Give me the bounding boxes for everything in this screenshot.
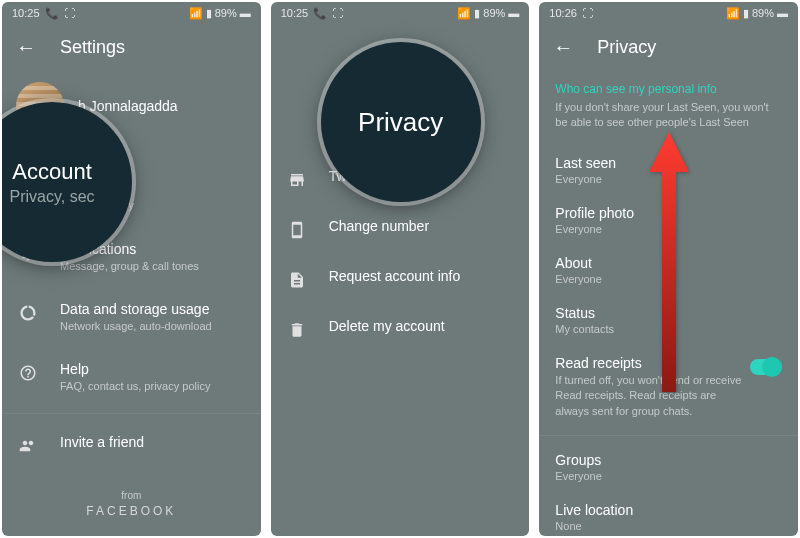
battery-icon: ▬ [508,7,519,19]
privacy-read-receipts[interactable]: Read receipts If turned off, you won't s… [539,345,798,429]
menu-item-change-number[interactable]: Change number [271,204,530,254]
privacy-profile-photo[interactable]: Profile photo Everyone [539,195,798,245]
privacy-title: Live location [555,502,782,518]
phone-icon: 📞 [313,7,327,20]
callout-title: Account [12,159,92,185]
privacy-last-seen[interactable]: Last seen Everyone [539,145,798,195]
trash-icon [287,320,307,340]
phone-screen-settings: 10:25 📞 ⛶ 📶 ▮ 89% ▬ ← Settings h Jonnala… [2,2,261,536]
verified-icon [287,170,307,190]
back-arrow-icon[interactable]: ← [553,36,573,59]
menu-item-request-info[interactable]: Request account info [271,254,530,304]
menu-title: Help [60,361,210,377]
privacy-value: Everyone [555,470,782,482]
wifi-icon: 📶 [457,7,471,20]
menu-title: Request account info [329,268,461,284]
section-header: Who can see my personal info [539,70,798,100]
people-icon [18,436,38,456]
privacy-live-location[interactable]: Live location None [539,492,798,536]
privacy-value: Everyone [555,273,782,285]
menu-title: Data and storage usage [60,301,212,317]
battery-percent: 89% [215,7,237,19]
signal-icon: ▮ [474,7,480,20]
menu-sub: Network usage, auto-download [60,319,212,333]
battery-percent: 89% [752,7,774,19]
callout-sub: Privacy, sec [9,188,94,206]
page-title: Settings [60,37,125,58]
help-icon [18,363,38,383]
privacy-title: Profile photo [555,205,782,221]
status-time: 10:25 [12,7,40,19]
menu-title: Invite a friend [60,434,144,450]
menu-sub: Message, group & call tones [60,259,199,273]
section-note: If you don't share your Last Seen, you w… [539,100,798,145]
facebook-label: FACEBOOK [2,504,261,518]
privacy-status[interactable]: Status My contacts [539,295,798,345]
wifi-icon: 📶 [726,7,740,20]
expand-icon: ⛶ [332,7,343,19]
status-time: 10:26 [549,7,577,19]
signal-icon: ▮ [743,7,749,20]
battery-percent: 89% [483,7,505,19]
toggle-switch[interactable] [750,359,782,375]
menu-title: Change number [329,218,429,234]
profile-name: h Jonnalagadda [78,98,178,114]
privacy-title: Last seen [555,155,782,171]
header: ← Privacy [539,24,798,70]
divider [539,435,798,436]
phone-icon: 📞 [45,7,59,20]
divider [2,413,261,414]
menu-item-help[interactable]: Help FAQ, contact us, privacy policy [2,347,261,407]
expand-icon: ⛶ [64,7,75,19]
document-icon [287,270,307,290]
status-bar: 10:26 ⛶ 📶 ▮ 89% ▬ [539,2,798,24]
status-bar: 10:25 📞 ⛶ 📶 ▮ 89% ▬ [271,2,530,24]
privacy-value: Everyone [555,173,782,185]
privacy-value: None [555,520,782,532]
menu-item-delete-account[interactable]: Delete my account [271,304,530,354]
data-usage-icon [18,303,38,323]
privacy-value: My contacts [555,323,782,335]
signal-icon: ▮ [206,7,212,20]
status-time: 10:25 [281,7,309,19]
menu-item-data-storage[interactable]: Data and storage usage Network usage, au… [2,287,261,347]
callout-privacy: Privacy [321,42,481,202]
battery-icon: ▬ [777,7,788,19]
phone-screen-account: 10:25 📞 ⛶ 📶 ▮ 89% ▬ Two-step verificatio… [271,2,530,536]
from-label: from [2,490,261,501]
privacy-title: Groups [555,452,782,468]
privacy-title: Read receipts [555,355,745,371]
wifi-icon: 📶 [189,7,203,20]
status-bar: 10:25 📞 ⛶ 📶 ▮ 89% ▬ [2,2,261,24]
callout-title: Privacy [358,107,443,138]
privacy-desc: If turned off, you won't send or receive… [555,373,745,419]
battery-icon: ▬ [240,7,251,19]
privacy-value: Everyone [555,223,782,235]
menu-item-invite[interactable]: Invite a friend [2,420,261,470]
page-title: Privacy [597,37,656,58]
privacy-title: About [555,255,782,271]
expand-icon: ⛶ [582,7,593,19]
phone-screen-privacy: 10:26 ⛶ 📶 ▮ 89% ▬ ← Privacy Who can see … [539,2,798,536]
privacy-groups[interactable]: Groups Everyone [539,442,798,492]
phone-change-icon [287,220,307,240]
privacy-title: Status [555,305,782,321]
menu-sub: FAQ, contact us, privacy policy [60,379,210,393]
back-arrow-icon[interactable]: ← [16,36,36,59]
header: ← Settings [2,24,261,70]
privacy-about[interactable]: About Everyone [539,245,798,295]
menu-title: Delete my account [329,318,445,334]
